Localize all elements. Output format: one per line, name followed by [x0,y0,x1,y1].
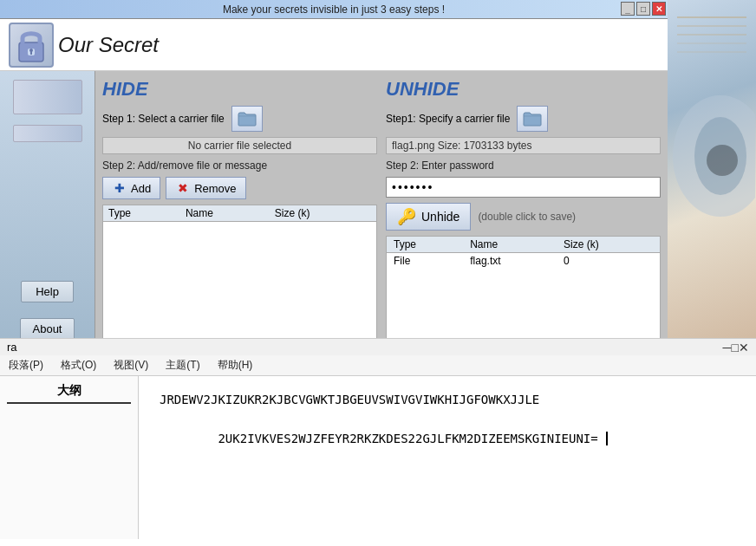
sidebar-decoration-2 [13,125,82,142]
hide-remove-button[interactable]: ✖ Remove [166,177,245,199]
unhide-step1-label: Step1: Specify a carrier file [386,113,510,125]
outline-panel: 大纲 [0,376,139,539]
hide-add-button[interactable]: ✚ Add [102,177,160,199]
editor-window: 段落(P) 格式(O) 视图(V) 主题(T) 帮助(H) 大纲 JRDEWV2… [0,355,756,546]
hide-select-carrier-button[interactable] [231,106,263,132]
sidebar-decoration [13,80,82,114]
bottom-restore-button[interactable]: □ [732,341,739,354]
unhide-col-size: Size (k) [557,237,660,253]
app-body: Help About HIDE Step 1: Select a carrier… [0,71,668,347]
unhide-button-label: Unhide [421,210,459,224]
unhide-col-type: Type [387,237,463,253]
maximize-button[interactable]: □ [636,2,650,16]
unhide-select-carrier-button[interactable] [517,106,548,132]
hide-step2-label: Step 2: Add/remove file or message [102,159,377,172]
text-line-2-content: 2UK2IVKVES2WJZFEYR2RKZKDES22GJLFKM2DIZEE… [218,432,597,445]
bottom-minimize-button[interactable]: ─ [723,341,732,354]
hide-title: HIDE [102,78,377,101]
hide-action-buttons: ✚ Add ✖ Remove [102,177,377,199]
hide-carrier-status: No carrier file selected [102,137,377,154]
hide-step1-label: Step 1: Select a carrier file [102,113,225,125]
unhide-step2-label: Step 2: Enter password [386,159,661,172]
editor-title-bottom: ra [7,341,723,354]
svg-point-6 [707,145,738,176]
right-decoration [668,0,756,347]
sidebar: Help About [0,71,95,347]
svg-rect-3 [30,51,32,55]
hide-col-type: Type [103,205,180,222]
text-line-2: 2UK2IVKVES2WJZFEYR2RKZKDES22GJLFKM2DIZEE… [160,409,735,467]
add-label: Add [131,182,151,195]
double-click-hint: (double click to save) [478,211,576,223]
menu-paragraph[interactable]: 段落(P) [7,357,45,374]
logo-text: Our Secret [58,33,159,57]
table-cell-type: File [387,253,463,270]
unhide-action-row: 🔑 Unhide (double click to save) [386,203,661,231]
text-content-area[interactable]: JRDEWV2JKIZUKR2KJBCVGWKTJBGEUVSWIVGVIWKH… [139,376,756,539]
help-button[interactable]: Help [21,281,74,302]
unhide-step1-row: Step1: Specify a carrier file [386,106,661,132]
unhide-col-name: Name [463,237,557,253]
close-button[interactable]: ✕ [652,2,666,16]
main-panels: HIDE Step 1: Select a carrier file No ca… [95,71,668,347]
unhide-carrier-info: flag1.png Size: 1703133 bytes [386,137,661,154]
lock-icon [9,23,54,68]
hide-col-size: Size (k) [270,205,376,222]
unhide-keys-icon: 🔑 [397,207,416,226]
table-cell-size: 0 [557,253,660,270]
about-button[interactable]: About [20,318,75,340]
unhide-password-input[interactable] [386,177,661,198]
editor-body: 大纲 JRDEWV2JKIZUKR2KJBCVGWKTJBGEUVSWIVGVI… [0,376,756,539]
remove-icon: ✖ [175,180,191,196]
menu-format[interactable]: 格式(O) [59,357,98,374]
title-bar: Make your secrets invisible in just 3 ea… [0,0,668,19]
unhide-title: UNHIDE [386,78,661,101]
outline-title: 大纲 [7,383,131,404]
unhide-button[interactable]: 🔑 Unhide [386,203,471,231]
table-row[interactable]: Fileflag.txt0 [387,253,660,270]
minimize-button[interactable]: _ [621,2,635,16]
app-window: Make your secrets invisible in just 3 ea… [0,0,668,347]
remove-label: Remove [194,182,236,195]
bottom-window-controls-bar: ra ─ □ ✕ [0,338,756,355]
bottom-close-button[interactable]: ✕ [739,341,749,354]
editor-menu-bar: 段落(P) 格式(O) 视图(V) 主题(T) 帮助(H) [0,355,756,376]
menu-theme[interactable]: 主题(T) [164,357,201,374]
logo-area: Our Secret [9,23,159,68]
lock-svg [16,27,47,63]
folder-icon [238,111,257,127]
hide-col-name: Name [180,205,270,222]
cursor [599,432,608,445]
hide-step1-row: Step 1: Select a carrier file [102,106,377,132]
hide-panel: HIDE Step 1: Select a carrier file No ca… [102,78,377,340]
unhide-panel: UNHIDE Step1: Specify a carrier file fla… [386,78,661,340]
app-header: Our Secret [0,19,668,71]
table-cell-name: flag.txt [463,253,557,270]
title-bar-controls: _ □ ✕ [621,2,666,16]
add-icon: ✚ [112,180,127,196]
hide-file-table: Type Name Size (k) [102,205,377,340]
folder-icon-2 [523,111,542,127]
unhide-result-table: Type Name Size (k) Fileflag.txt0 [386,236,661,340]
title-bar-text: Make your secrets invisible in just 3 ea… [223,3,445,16]
menu-help[interactable]: 帮助(H) [216,357,255,374]
decoration-svg [668,0,755,347]
menu-view[interactable]: 视图(V) [112,357,150,374]
text-line-1: JRDEWV2JKIZUKR2KJBCVGWKTJBGEUVSWIVGVIWKH… [160,390,735,409]
